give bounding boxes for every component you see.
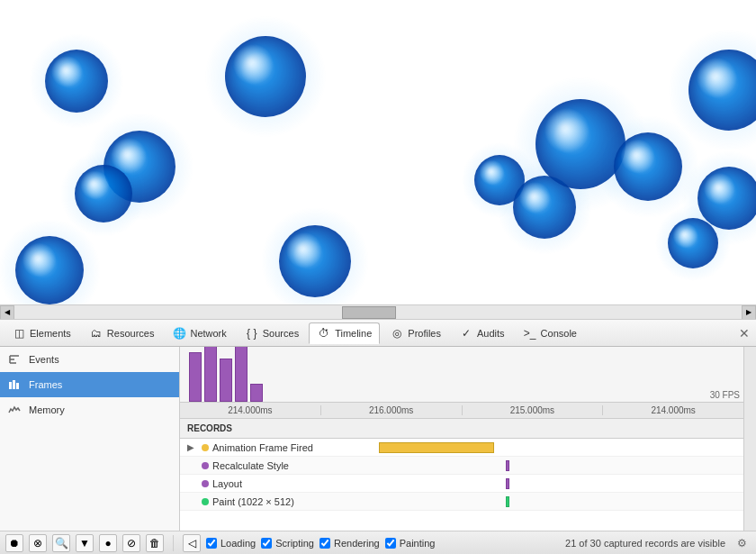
tab-resources[interactable]: 🗂 Resources [81,322,163,344]
scroll-left-btn[interactable]: ◀ [0,305,14,320]
time-marker-2: 215.000ms [462,405,603,415]
record-row[interactable]: Paint (1022 × 512) [180,493,743,511]
scroll-track[interactable] [14,305,742,319]
record-bar-area [360,493,743,510]
tab-elements[interactable]: ◫ Elements [4,322,79,344]
events-label: Events [29,354,59,365]
search-btn[interactable]: 🔍 [52,534,70,552]
frames-icon [7,377,22,392]
painting-checkbox[interactable] [385,538,396,549]
clear-btn[interactable]: ⊗ [29,534,47,552]
record-row[interactable]: Recalculate Style [180,457,743,475]
sidebar-item-frames[interactable]: Frames [0,372,179,397]
records-header: RECORDS [180,419,743,439]
record-color-dot [202,498,209,505]
painting-label[interactable]: Painting [400,538,436,549]
frame-bar-4 [250,384,263,402]
devtools-main: 30 FPS 214.000ms 216.000ms 215.000ms 214… [180,347,743,531]
viewport-scrollbar[interactable]: ◀ ▶ [0,304,756,319]
sources-icon: { } [245,326,259,341]
records-area: RECORDS ▶Animation Frame FiredRecalculat… [180,419,743,531]
loading-checkbox-group: Loading [206,538,256,549]
record-bar-yellow [379,442,494,453]
tab-console[interactable]: >_ Console [515,322,585,344]
scripting-label[interactable]: Scripting [275,538,314,549]
devtools-main-wrapper: 30 FPS 214.000ms 216.000ms 215.000ms 214… [180,347,756,531]
memory-icon [7,403,22,417]
status-bar: ⏺ ⊗ 🔍 ▼ ● ⊘ 🗑 ◁ Loading Scripting Render… [0,531,756,554]
tab-profiles[interactable]: ◎ Profiles [382,322,449,344]
svg-rect-4 [9,382,12,389]
tab-audits[interactable]: ✓ Audits [451,322,513,344]
record-color-dot [202,444,209,451]
record-row[interactable]: Layout [180,475,743,493]
record-color-dot [202,480,209,487]
filter-btn[interactable]: ▼ [76,534,94,552]
scripting-checkbox[interactable] [261,538,272,549]
bubble-animation [0,0,756,305]
rendering-checkbox[interactable] [320,538,330,549]
svg-rect-5 [13,380,15,389]
tab-timeline[interactable]: ⏱ Timeline [309,322,380,344]
svg-rect-6 [16,383,19,389]
time-marker-0: 214.000ms [180,405,320,415]
time-marker-3: 214.000ms [602,405,743,415]
record-name: Recalculate Style [212,460,289,471]
separator [173,535,174,551]
timeline-time-axis: 214.000ms 216.000ms 215.000ms 214.000ms [180,402,743,418]
scroll-right-btn[interactable]: ▶ [742,305,756,320]
scripting-checkbox-group: Scripting [261,538,314,549]
fps-label: 30 FPS [710,390,740,400]
status-info: 21 of 30 captured records are visible [565,538,725,549]
devtools-settings-btn[interactable]: ⚙ [733,534,751,552]
elements-icon: ◫ [12,326,26,341]
frames-area [180,347,725,402]
memory-label: Memory [29,404,65,415]
dot-btn[interactable]: ● [99,534,117,552]
timeline-scrollbar[interactable] [743,347,756,531]
record-name: Paint (1022 × 512) [212,496,294,507]
record-btn[interactable]: ⏺ [5,534,23,552]
trash-btn[interactable]: 🗑 [146,534,164,552]
record-bar-purple [506,460,509,471]
network-icon: 🌐 [172,326,186,341]
console-icon: >_ [523,326,537,341]
events-icon [7,352,22,367]
scroll-thumb[interactable] [342,306,396,319]
back-btn[interactable]: ◁ [183,534,201,552]
sidebar-item-memory[interactable]: Memory [0,397,179,422]
tab-network[interactable]: 🌐 Network [164,322,234,344]
tab-sources[interactable]: { } Sources [237,322,307,344]
record-expand-btn[interactable]: ▶ [184,439,198,457]
records-list: ▶Animation Frame FiredRecalculate StyleL… [180,439,743,511]
rendering-checkbox-group: Rendering [320,538,380,549]
devtools-panel: ◫ Elements 🗂 Resources 🌐 Network { } Sou… [0,320,756,554]
loading-checkbox[interactable] [206,538,217,549]
timeline-icon: ⏱ [317,326,331,341]
record-bar-area [360,439,743,456]
block-btn[interactable]: ⊘ [122,534,140,552]
record-color-dot [202,462,209,469]
record-bar-purple [506,478,509,489]
devtools-close-btn[interactable]: ✕ [736,325,752,341]
sidebar-item-events[interactable]: Events [0,347,179,372]
timeline-header: 30 FPS 214.000ms 216.000ms 215.000ms 214… [180,347,743,419]
audits-icon: ✓ [459,326,473,341]
resources-icon: 🗂 [89,326,104,341]
time-marker-1: 216.000ms [320,405,462,415]
record-name: Layout [212,478,242,489]
devtools-sidebar: Events Frames Memory [0,347,180,531]
frames-label: Frames [29,379,62,390]
rendering-label[interactable]: Rendering [334,538,380,549]
profiles-icon: ◎ [390,326,404,341]
devtools-content: Events Frames Memory [0,347,756,531]
devtools-toolbar: ◫ Elements 🗂 Resources 🌐 Network { } Sou… [0,320,756,347]
record-bar-area [360,457,743,474]
loading-label[interactable]: Loading [220,538,256,549]
frame-bar-3 [235,347,248,402]
frame-bar-0 [189,352,202,402]
record-row[interactable]: ▶Animation Frame Fired [180,439,743,457]
frame-bar-2 [220,359,232,402]
record-name: Animation Frame Fired [212,442,313,453]
frame-bar-1 [204,347,217,402]
